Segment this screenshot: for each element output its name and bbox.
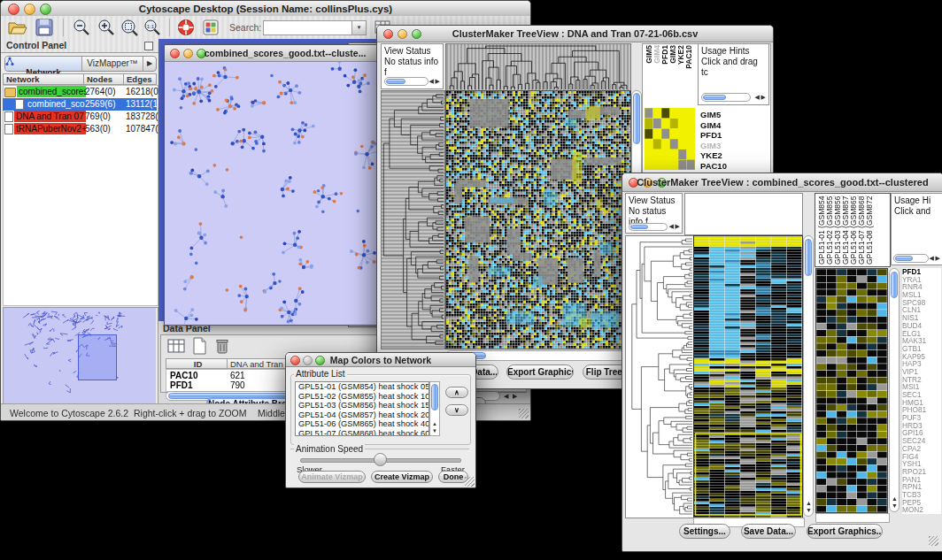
scroll-up-icon[interactable]: ▲ bbox=[806, 500, 812, 507]
column-header-edges[interactable]: Edges bbox=[123, 73, 157, 85]
minimize-button[interactable] bbox=[24, 4, 35, 15]
zoom-in-icon[interactable] bbox=[97, 19, 116, 36]
move-down-button[interactable]: ∨ bbox=[445, 404, 468, 416]
tabs-overflow-button[interactable]: ▶ bbox=[143, 57, 156, 71]
attribute-list-scrollbar[interactable]: ▲ ▼ bbox=[429, 381, 440, 436]
close-button[interactable] bbox=[8, 4, 19, 15]
main-title-bar[interactable]: Cytoscape Desktop (Session Name: collins… bbox=[1, 1, 530, 17]
attribute-select-icon[interactable] bbox=[167, 337, 185, 355]
export-graphics-button[interactable]: Export Graphics... bbox=[506, 364, 574, 380]
slider-thumb[interactable] bbox=[374, 453, 387, 466]
list-item[interactable]: GPL51-01 (GSM854) heat shock 05 min bbox=[296, 382, 429, 392]
zoom-out-icon[interactable] bbox=[72, 19, 91, 36]
network-row[interactable]: DNA and Tran 07 769(0) 183728(0) bbox=[3, 111, 157, 123]
tv2-heatmap[interactable] bbox=[693, 235, 803, 518]
network-row[interactable]: combined_scores 2764(0) 16218(0) bbox=[3, 86, 157, 98]
scroll-right-icon[interactable]: ▶ bbox=[513, 393, 517, 400]
list-item[interactable]: GPL51-02 (GSM855) heat shock 10 min bbox=[296, 392, 429, 402]
scrollbar-thumb[interactable] bbox=[891, 272, 898, 298]
network-row[interactable]: tRNAPuberNov2+ 563(0) 107847(0) bbox=[3, 123, 157, 135]
search-dropdown-button[interactable]: ▼ bbox=[351, 20, 367, 35]
usage-hints-scrollbar[interactable] bbox=[701, 93, 751, 102]
column-header-network[interactable]: Network bbox=[3, 73, 84, 85]
network-window[interactable]: combined_scores_good.txt--cluste... bbox=[164, 44, 381, 326]
zoom-button[interactable] bbox=[315, 356, 325, 365]
tv1-similarity-matrix[interactable] bbox=[645, 108, 695, 170]
animate-vizmap-button[interactable]: Animate Vizmap bbox=[298, 471, 366, 483]
delete-attribute-icon[interactable] bbox=[213, 337, 231, 355]
scroll-left-icon[interactable]: ◀ bbox=[755, 94, 760, 101]
treeview2-window: ClusterMaker TreeView : combined_scores_… bbox=[622, 173, 942, 552]
float-panel-icon[interactable] bbox=[144, 42, 153, 50]
resize-grip[interactable] bbox=[519, 409, 529, 418]
scroll-down-icon[interactable]: ▼ bbox=[892, 502, 898, 510]
data-column-id[interactable]: ID bbox=[166, 358, 228, 369]
tab-network[interactable]: Network bbox=[5, 57, 82, 71]
scroll-right-icon[interactable]: ▶ bbox=[676, 223, 680, 230]
network-row-selected[interactable]: combined_sco 2569(6) 13112(15) bbox=[3, 98, 157, 111]
list-item[interactable]: GPL51-07 (GSM868) heat shock 60 min bbox=[296, 429, 429, 436]
scrollbar-thumb[interactable] bbox=[633, 93, 640, 144]
zoom-fit-icon[interactable]: 1:1 bbox=[143, 19, 162, 36]
network-graph-canvas[interactable] bbox=[165, 62, 378, 324]
close-button[interactable] bbox=[383, 29, 393, 39]
scroll-left-icon[interactable]: ◀ bbox=[669, 223, 674, 230]
scrollbar-thumb[interactable] bbox=[805, 239, 812, 276]
close-button[interactable] bbox=[290, 356, 300, 365]
minimize-button[interactable] bbox=[303, 356, 313, 365]
scroll-left-icon[interactable]: ◀ bbox=[504, 393, 508, 400]
zoom-button[interactable] bbox=[40, 4, 51, 15]
scroll-right-icon[interactable]: ▶ bbox=[936, 255, 940, 262]
scrollbar-thumb[interactable] bbox=[431, 384, 438, 410]
new-attribute-icon[interactable] bbox=[190, 337, 208, 355]
list-item[interactable]: GPL51-04 (GSM857) heat shock 20 min bbox=[296, 410, 429, 420]
view-status-scrollbar[interactable] bbox=[629, 223, 668, 231]
close-button[interactable] bbox=[170, 49, 180, 58]
minimize-button[interactable] bbox=[398, 29, 407, 39]
birdseye-viewport-rect[interactable] bbox=[78, 334, 117, 380]
search-input[interactable] bbox=[263, 20, 353, 35]
scroll-left-icon[interactable]: ◀ bbox=[930, 255, 934, 262]
open-network-icon[interactable] bbox=[8, 19, 27, 36]
view-status-scrollbar[interactable] bbox=[384, 77, 429, 86]
zoom-button[interactable] bbox=[412, 29, 421, 39]
column-header-nodes[interactable]: Nodes bbox=[83, 73, 124, 85]
tv2-zoom-vscrollbar[interactable]: ▲ ▼ bbox=[889, 268, 900, 512]
scroll-right-icon[interactable]: ▶ bbox=[436, 78, 440, 85]
scroll-up-icon[interactable]: ▲ bbox=[892, 495, 898, 502]
save-data-button[interactable]: Save Data... bbox=[741, 524, 796, 539]
list-item[interactable]: GPL51-06 (GSM865) heat shock 40 min bbox=[296, 419, 429, 429]
list-item[interactable]: GPL51-03 (GSM856) heat shock 15 min bbox=[296, 401, 429, 410]
vizmapper-squares-icon[interactable] bbox=[203, 19, 219, 36]
move-up-button[interactable]: ∧ bbox=[445, 387, 468, 398]
tv2-row-dendrogram[interactable] bbox=[625, 235, 694, 518]
scroll-down-icon[interactable]: ▼ bbox=[806, 507, 812, 514]
tv2-gene-list[interactable]: PFD1YRA1RNR4MSL1SPC98CLN1NIS1BUD4ELG1MAK… bbox=[902, 268, 941, 514]
tv1-row-dendrogram[interactable] bbox=[381, 90, 445, 349]
minimize-button[interactable] bbox=[183, 49, 193, 58]
birdseye-view[interactable] bbox=[3, 307, 158, 406]
export-graphics-button[interactable]: Export Graphics... bbox=[807, 524, 883, 539]
list-item[interactable]: MON2 bbox=[902, 506, 941, 514]
tv1-heatmap[interactable] bbox=[445, 90, 631, 349]
tv2-zoom-hscrollbar[interactable] bbox=[815, 513, 890, 523]
scroll-left-icon[interactable]: ◀ bbox=[429, 78, 434, 85]
scroll-down-icon[interactable]: ▼ bbox=[432, 427, 437, 434]
tv2-usage-hints-panel: Usage Hi Click and ◀ ▶ bbox=[891, 193, 942, 265]
tv1-column-dendrogram[interactable] bbox=[445, 43, 631, 91]
zoom-selected-icon[interactable] bbox=[120, 19, 139, 36]
scroll-up-icon[interactable]: ▲ bbox=[432, 420, 437, 427]
usage-hints-scrollbar[interactable] bbox=[893, 254, 929, 263]
done-button[interactable]: Done bbox=[438, 471, 468, 483]
attribute-list[interactable]: GPL51-01 (GSM854) heat shock 05 minGPL51… bbox=[295, 381, 429, 436]
create-vizmap-button[interactable]: Create Vizmap bbox=[371, 471, 433, 483]
help-ring-icon[interactable] bbox=[176, 19, 196, 36]
save-session-icon[interactable] bbox=[35, 19, 54, 36]
settings-button[interactable]: Settings... bbox=[679, 524, 730, 539]
scroll-right-icon[interactable]: ▶ bbox=[761, 94, 766, 101]
tv2-zoom-heatmap[interactable] bbox=[815, 268, 888, 513]
resize-grip[interactable] bbox=[929, 536, 938, 546]
resize-grip[interactable] bbox=[465, 477, 475, 487]
tv2-vscrollbar[interactable]: ▲ ▼ bbox=[803, 235, 814, 517]
tab-vizmapper[interactable]: VizMapper™ bbox=[82, 57, 143, 71]
